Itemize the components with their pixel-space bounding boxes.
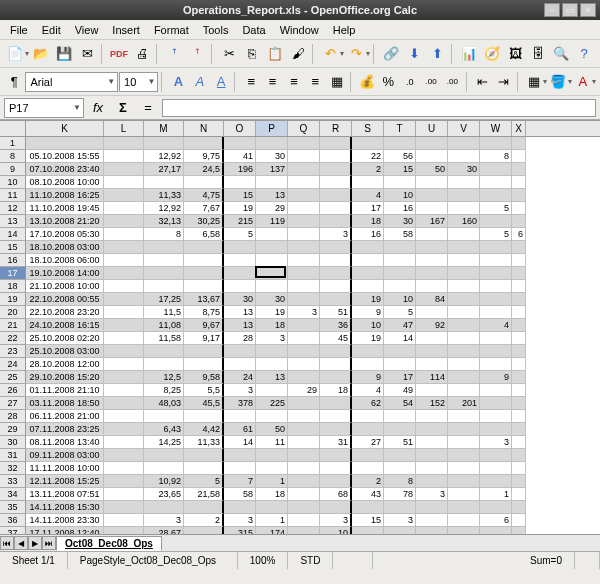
cell[interactable]: 84 bbox=[416, 293, 448, 306]
cell[interactable] bbox=[104, 436, 144, 449]
cell[interactable] bbox=[288, 345, 320, 358]
cell[interactable] bbox=[184, 254, 224, 267]
cell[interactable] bbox=[256, 280, 288, 293]
cell[interactable] bbox=[288, 163, 320, 176]
cell[interactable] bbox=[416, 189, 448, 202]
close-button[interactable]: × bbox=[580, 3, 596, 17]
cell[interactable] bbox=[448, 306, 480, 319]
cell[interactable] bbox=[104, 527, 144, 534]
row-header[interactable]: 1 bbox=[0, 137, 26, 150]
menu-tools[interactable]: Tools bbox=[197, 22, 235, 38]
cell[interactable] bbox=[320, 371, 352, 384]
cell[interactable] bbox=[480, 241, 512, 254]
row-header[interactable]: 24 bbox=[0, 358, 26, 371]
cell[interactable] bbox=[448, 527, 480, 534]
percent-icon[interactable]: % bbox=[378, 71, 398, 93]
cell[interactable] bbox=[256, 267, 288, 280]
cell[interactable] bbox=[480, 215, 512, 228]
cell[interactable] bbox=[104, 475, 144, 488]
cell[interactable]: 50 bbox=[416, 163, 448, 176]
cell[interactable]: 54 bbox=[384, 397, 416, 410]
cell[interactable]: 18.10.2008 06:00 bbox=[26, 254, 104, 267]
cell[interactable] bbox=[104, 280, 144, 293]
formula-input[interactable] bbox=[162, 99, 596, 117]
cell[interactable] bbox=[352, 410, 384, 423]
cell[interactable] bbox=[448, 436, 480, 449]
cell[interactable] bbox=[288, 397, 320, 410]
cell[interactable]: 4,42 bbox=[184, 423, 224, 436]
cell[interactable] bbox=[512, 371, 526, 384]
cell[interactable]: 22.10.2008 23:20 bbox=[26, 306, 104, 319]
col-header-M[interactable]: M bbox=[144, 121, 184, 136]
row-header[interactable]: 18 bbox=[0, 280, 26, 293]
cell[interactable]: 5 bbox=[384, 306, 416, 319]
tab-last-icon[interactable]: ⏭ bbox=[42, 536, 56, 550]
cell[interactable]: 03.11.2008 18:50 bbox=[26, 397, 104, 410]
help-icon[interactable]: ? bbox=[573, 43, 595, 65]
name-box[interactable]: P17▼ bbox=[4, 98, 84, 118]
cell[interactable] bbox=[224, 137, 256, 150]
cell[interactable] bbox=[416, 475, 448, 488]
menu-help[interactable]: Help bbox=[327, 22, 362, 38]
cell[interactable] bbox=[512, 345, 526, 358]
cell[interactable]: 3 bbox=[320, 514, 352, 527]
cell[interactable] bbox=[256, 384, 288, 397]
cell[interactable] bbox=[512, 449, 526, 462]
cell[interactable] bbox=[184, 501, 224, 514]
cell[interactable]: 05.10.2008 15:55 bbox=[26, 150, 104, 163]
chart-icon[interactable]: 📊 bbox=[458, 43, 480, 65]
cell[interactable] bbox=[384, 449, 416, 462]
cell[interactable]: 3 bbox=[480, 436, 512, 449]
cell[interactable] bbox=[384, 527, 416, 534]
cell[interactable]: 31 bbox=[320, 436, 352, 449]
format-paint-icon[interactable]: 🖌 bbox=[287, 43, 309, 65]
cell[interactable] bbox=[288, 254, 320, 267]
cell[interactable]: 14.11.2008 23:30 bbox=[26, 514, 104, 527]
cell[interactable]: 11,58 bbox=[144, 332, 184, 345]
row-header[interactable]: 11 bbox=[0, 189, 26, 202]
cell[interactable] bbox=[288, 150, 320, 163]
cell[interactable]: 15 bbox=[224, 189, 256, 202]
cell[interactable]: 14 bbox=[224, 436, 256, 449]
cell[interactable]: 28 bbox=[224, 332, 256, 345]
cell[interactable] bbox=[320, 462, 352, 475]
cell[interactable]: 21,58 bbox=[184, 488, 224, 501]
cell[interactable]: 8 bbox=[480, 150, 512, 163]
cell[interactable]: 4 bbox=[480, 319, 512, 332]
gallery-icon[interactable]: 🖼 bbox=[504, 43, 526, 65]
cell[interactable] bbox=[384, 241, 416, 254]
cell[interactable] bbox=[288, 501, 320, 514]
cell[interactable]: 92 bbox=[416, 319, 448, 332]
cell[interactable] bbox=[256, 410, 288, 423]
align-center-icon[interactable]: ≡ bbox=[262, 71, 282, 93]
cell[interactable] bbox=[448, 319, 480, 332]
cell[interactable]: 30 bbox=[256, 293, 288, 306]
cell[interactable]: 25.10.2008 02:20 bbox=[26, 332, 104, 345]
save-icon[interactable]: 💾 bbox=[53, 43, 75, 65]
cell[interactable] bbox=[144, 176, 184, 189]
cell[interactable] bbox=[448, 358, 480, 371]
cell[interactable] bbox=[320, 189, 352, 202]
cell[interactable] bbox=[320, 358, 352, 371]
cell[interactable] bbox=[352, 527, 384, 534]
cell[interactable] bbox=[144, 254, 184, 267]
cell[interactable]: 29 bbox=[256, 202, 288, 215]
cell[interactable] bbox=[352, 241, 384, 254]
cell[interactable]: 3 bbox=[416, 488, 448, 501]
cell[interactable] bbox=[104, 306, 144, 319]
cell[interactable] bbox=[256, 228, 288, 241]
print-icon[interactable]: 🖨 bbox=[131, 43, 153, 65]
cell[interactable] bbox=[448, 345, 480, 358]
cell[interactable]: 58 bbox=[224, 488, 256, 501]
cell[interactable] bbox=[320, 345, 352, 358]
cell[interactable] bbox=[448, 202, 480, 215]
cell[interactable] bbox=[320, 475, 352, 488]
cell[interactable] bbox=[480, 358, 512, 371]
cell[interactable]: 215 bbox=[224, 215, 256, 228]
cell[interactable] bbox=[416, 527, 448, 534]
cell[interactable]: 5,5 bbox=[184, 384, 224, 397]
number-format-icon[interactable]: .0 bbox=[399, 71, 419, 93]
cell[interactable] bbox=[480, 163, 512, 176]
cell[interactable]: 47 bbox=[384, 319, 416, 332]
cell[interactable]: 17 bbox=[384, 371, 416, 384]
